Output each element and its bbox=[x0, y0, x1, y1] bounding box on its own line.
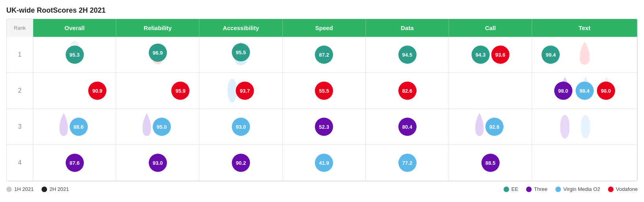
rank-3: 3 bbox=[7, 109, 33, 145]
legend-2h: 2H 2021 bbox=[42, 186, 69, 192]
rank-2: 2 bbox=[7, 73, 33, 109]
accessibility-r3-virgin-bubble: 93.0 bbox=[232, 118, 250, 136]
reliability-r1-ee-bubble: 96.9 bbox=[149, 44, 167, 62]
legend: 1H 2021 2H 2021 EE Three Virgin Media O2… bbox=[6, 186, 638, 192]
reliability-r4-three-bubble: 93.0 bbox=[149, 154, 167, 172]
reliability-r4: 93.0 bbox=[116, 145, 199, 181]
reliability-r1: 96.9 bbox=[116, 37, 199, 73]
reliability-r3-virgin-bubble: 95.0 bbox=[153, 118, 171, 136]
text-r2-three-bubble: 98.0 bbox=[554, 82, 572, 100]
data-r4-virgin-bubble: 77.2 bbox=[398, 154, 417, 172]
call-r1-ee-bubble: 94.3 bbox=[472, 46, 490, 64]
overall-header: Overall bbox=[33, 19, 116, 37]
overall-r3-virgin-bubble: 88.6 bbox=[70, 118, 88, 136]
legend-2h-circle bbox=[42, 187, 47, 192]
data-r1-ee-bubble: 94.5 bbox=[398, 46, 417, 64]
legend-1h-label: 1H 2021 bbox=[14, 186, 34, 192]
reliability-r2-vodafone-bubble: 95.9 bbox=[171, 82, 189, 100]
text-r3 bbox=[532, 109, 637, 145]
accessibility-r4-three-bubble: 90.2 bbox=[232, 154, 250, 172]
accessibility-r2: 93.7 bbox=[199, 73, 282, 109]
data-r3-three-bubble: 80.4 bbox=[398, 118, 417, 136]
speed-header: Speed bbox=[282, 19, 366, 37]
text-r1-shape bbox=[575, 40, 595, 69]
page-title: UK-wide RootScores 2H 2021 bbox=[6, 6, 638, 15]
accessibility-r4: 90.2 bbox=[199, 145, 282, 181]
reliability-header: Reliability bbox=[116, 19, 199, 37]
text-r2-virgin-bubble: 98.4 bbox=[576, 82, 594, 100]
legend-three-label: Three bbox=[534, 186, 547, 192]
rank-1: 1 bbox=[7, 37, 33, 73]
data-r4: 77.2 bbox=[366, 145, 449, 181]
svg-point-2 bbox=[560, 115, 570, 139]
table-row: 1 95.3 bbox=[7, 37, 637, 73]
svg-point-3 bbox=[581, 115, 590, 139]
call-r2 bbox=[449, 73, 532, 109]
legend-ee-label: EE bbox=[511, 186, 518, 192]
speed-r4: 41.9 bbox=[282, 145, 366, 181]
speed-r4-virgin-bubble: 41.9 bbox=[315, 154, 333, 172]
reliability-r2: 95.9 bbox=[116, 73, 199, 109]
legend-virgin: Virgin Media O2 bbox=[555, 186, 600, 192]
table-row: 2 90.9 95.9 bbox=[7, 73, 637, 109]
overall-r4-three-bubble: 87.6 bbox=[66, 154, 84, 172]
overall-r1-ee-bubble: 95.3 bbox=[66, 46, 84, 64]
table-row: 4 87.6 93.0 bbox=[7, 145, 637, 181]
overall-r4: 87.6 bbox=[33, 145, 116, 181]
text-r1-ee-bubble: 99.4 bbox=[542, 46, 560, 64]
text-r3-shapes bbox=[553, 112, 616, 141]
legend-2h-label: 2H 2021 bbox=[49, 186, 69, 192]
legend-period: 1H 2021 2H 2021 bbox=[6, 186, 69, 192]
legend-vodafone: Vodafone bbox=[608, 186, 638, 192]
reliability-r3: 95.0 bbox=[116, 109, 199, 145]
call-r3-virgin-bubble: 92.6 bbox=[485, 118, 504, 136]
call-header: Call bbox=[449, 19, 532, 37]
legend-ee-circle bbox=[504, 187, 509, 192]
data-r3: 80.4 bbox=[366, 109, 449, 145]
legend-operators: EE Three Virgin Media O2 Vodafone bbox=[504, 186, 638, 192]
accessibility-r1-ee-bubble: 95.5 bbox=[232, 43, 250, 61]
text-r1: 99.4 bbox=[532, 37, 637, 73]
overall-r3: 88.6 bbox=[33, 109, 116, 145]
legend-virgin-label: Virgin Media O2 bbox=[563, 186, 600, 192]
data-r2-vodafone-bubble: 82.6 bbox=[398, 82, 417, 100]
legend-1h-circle bbox=[6, 187, 12, 192]
legend-1h: 1H 2021 bbox=[6, 186, 34, 192]
data-header: Data bbox=[366, 19, 449, 37]
legend-three-circle bbox=[526, 187, 532, 192]
call-r4: 88.5 bbox=[449, 145, 532, 181]
call-r4-three-bubble: 88.5 bbox=[481, 154, 500, 172]
legend-vodafone-circle bbox=[608, 187, 614, 192]
rank-header: Rank bbox=[7, 19, 33, 37]
rank-4: 4 bbox=[7, 145, 33, 181]
accessibility-header: Accessibility bbox=[199, 19, 282, 37]
speed-r3: 52.3 bbox=[282, 109, 366, 145]
call-r1-vodafone-bubble: 93.6 bbox=[491, 46, 510, 64]
accessibility-r3: 93.0 bbox=[199, 109, 282, 145]
call-r1: 94.3 93.6 bbox=[449, 37, 532, 73]
text-r2-vodafone-bubble: 98.0 bbox=[597, 82, 615, 100]
overall-r2-vodafone-bubble: 90.9 bbox=[88, 82, 106, 100]
speed-r2: 55.5 bbox=[282, 73, 366, 109]
overall-r2: 90.9 bbox=[33, 73, 116, 109]
text-r2: 98.0 98.4 98.0 bbox=[532, 73, 637, 109]
call-r3: 92.6 bbox=[449, 109, 532, 145]
speed-r3-three-bubble: 52.3 bbox=[315, 118, 333, 136]
legend-three: Three bbox=[526, 186, 547, 192]
data-r1: 94.5 bbox=[366, 37, 449, 73]
speed-r1: 87.2 bbox=[282, 37, 366, 73]
scores-table-wrapper: Rank Overall Reliability Accessibility S… bbox=[6, 19, 638, 181]
data-r2: 82.6 bbox=[366, 73, 449, 109]
accessibility-r2-vodafone-bubble: 93.7 bbox=[236, 82, 254, 100]
text-r4 bbox=[532, 145, 637, 181]
speed-r1-ee-bubble: 87.2 bbox=[315, 46, 333, 64]
overall-r1: 95.3 bbox=[33, 37, 116, 73]
text-header: Text bbox=[532, 19, 637, 37]
legend-vodafone-label: Vodafone bbox=[616, 186, 638, 192]
speed-r2-vodafone-bubble: 55.5 bbox=[315, 82, 333, 100]
table-row: 3 88.6 bbox=[7, 109, 637, 145]
legend-ee: EE bbox=[504, 186, 518, 192]
accessibility-r1: 95.5 bbox=[199, 37, 282, 73]
scores-table: Rank Overall Reliability Accessibility S… bbox=[7, 19, 637, 181]
legend-virgin-circle bbox=[555, 187, 561, 192]
